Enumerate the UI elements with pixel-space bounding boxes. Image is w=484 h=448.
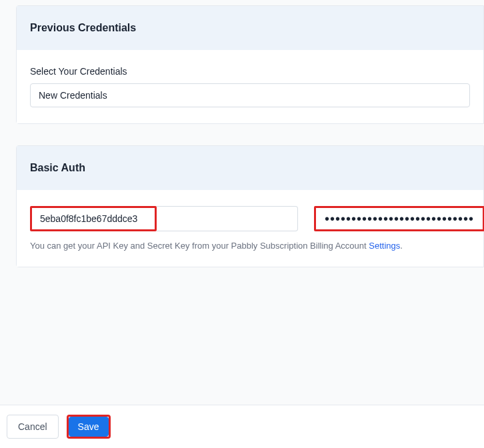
save-button[interactable]: Save: [69, 417, 109, 437]
select-credentials-value: New Credentials: [39, 90, 107, 101]
previous-credentials-panel: Previous Credentials Select Your Credent…: [16, 5, 484, 124]
basic-auth-header: Basic Auth: [17, 146, 483, 190]
previous-credentials-header: Previous Credentials: [17, 6, 483, 50]
select-credentials-label: Select Your Credentials: [30, 66, 470, 77]
secret-key-highlight: [314, 206, 484, 231]
helper-text: You can get your API Key and Secret Key …: [30, 241, 470, 251]
save-button-highlight: Save: [67, 415, 111, 439]
api-key-input-extension[interactable]: [157, 206, 298, 231]
secret-key-input[interactable]: [316, 208, 483, 229]
basic-auth-title: Basic Auth: [30, 162, 470, 174]
cancel-button[interactable]: Cancel: [7, 415, 59, 439]
api-key-input[interactable]: [32, 208, 155, 229]
api-key-highlight: [30, 206, 157, 231]
basic-auth-panel: Basic Auth You can get your API Key and …: [16, 145, 484, 267]
previous-credentials-title: Previous Credentials: [30, 22, 470, 34]
select-credentials-dropdown[interactable]: New Credentials: [30, 83, 470, 107]
settings-link[interactable]: Settings: [369, 241, 400, 251]
footer-bar: Cancel Save: [0, 405, 484, 448]
